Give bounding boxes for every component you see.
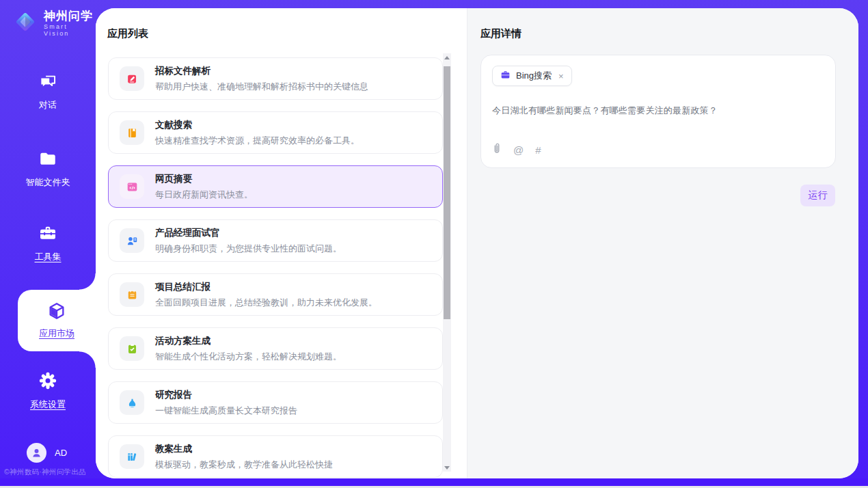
- app-title: 活动方案生成: [155, 335, 342, 347]
- app-description: 全面回顾项目进展，总结经验教训，助力未来优化发展。: [155, 297, 377, 309]
- cube-icon: [47, 301, 66, 323]
- notepad-icon: [120, 282, 144, 307]
- sidebar-item-app-market[interactable]: 应用市场: [18, 290, 96, 351]
- hash-icon[interactable]: #: [535, 145, 541, 155]
- sidebar-item-label: 应用市场: [39, 327, 74, 340]
- user-account[interactable]: AD: [27, 443, 67, 463]
- paperclip-icon[interactable]: [492, 143, 502, 157]
- app-list-title: 应用列表: [107, 27, 148, 40]
- brand-logo: 神州问学 Smart Vision: [12, 9, 96, 38]
- close-icon[interactable]: ×: [558, 71, 564, 81]
- tool-tag-bing-search[interactable]: Bing搜索 ×: [492, 66, 572, 86]
- app-description: 智能生成个性化活动方案，轻松解决规划难题。: [155, 351, 342, 363]
- sidebar: 神州问学 Smart Vision 对话 智能文件夹: [0, 0, 96, 478]
- brand-diamond-icon: [12, 9, 38, 38]
- app-description: 每日政府新闻资讯快查。: [155, 189, 253, 201]
- briefcase-icon: [500, 70, 511, 82]
- at-icon[interactable]: @: [513, 145, 524, 155]
- app-card-project-summary[interactable]: 项目总结汇报 全面回顾项目进展，总结经验教训，助力未来优化发展。: [108, 273, 443, 316]
- composer-toolbar: @ #: [492, 143, 824, 157]
- app-description: 明确身份和职责，为您提供专业性的面试问题。: [155, 243, 342, 255]
- app-detail-panel: 应用详情 Bing搜索 × 今日湖北有哪些新闻要点？有哪些需要关注的最新政策？: [467, 8, 858, 478]
- book-icon: [120, 120, 144, 145]
- sidebar-item-label: 智能文件夹: [26, 176, 70, 189]
- app-list: 招标文件解析 帮助用户快速、准确地理解和解析招标书中的关键信息 文献搜索: [108, 57, 443, 478]
- app-window: 神州问学 Smart Vision 对话 智能文件夹: [0, 0, 868, 488]
- sidebar-item-settings[interactable]: 系统设置: [0, 371, 96, 411]
- main-content: 应用列表 招标文件解析 帮助用户快速、准确地理解和解析招标书中的关键信息: [96, 8, 858, 478]
- app-list-panel: 应用列表 招标文件解析 帮助用户快速、准确地理解和解析招标书中的关键信息: [96, 8, 467, 478]
- copyright-text: ©神州数码·神州问学出品: [4, 467, 96, 477]
- app-card-pm-interviewer[interactable]: 产品经理面试官 明确身份和职责，为您提供专业性的面试问题。: [108, 219, 443, 262]
- app-card-tender-parsing[interactable]: 招标文件解析 帮助用户快速、准确地理解和解析招标书中的关键信息: [108, 57, 443, 100]
- chat-icon: [39, 72, 57, 93]
- sidebar-item-label: 对话: [39, 99, 57, 111]
- app-title: 文献搜索: [155, 119, 360, 131]
- scroll-down-icon[interactable]: [443, 463, 451, 472]
- brand-subtitle: Smart Vision: [44, 23, 96, 37]
- app-detail-title: 应用详情: [480, 27, 521, 40]
- app-description: 快速精准查找学术资源，提高研究效率的必备工具。: [155, 135, 360, 147]
- app-description: 模板驱动，教案秒成，教学准备从此轻松快捷: [155, 459, 333, 471]
- app-title: 项目总结汇报: [155, 281, 377, 293]
- clipboard-check-icon: [120, 336, 144, 361]
- brand-name: 神州问学: [44, 10, 96, 23]
- app-card-activity-plan[interactable]: 活动方案生成 智能生成个性化活动方案，轻松解决规划难题。: [108, 327, 443, 370]
- app-title: 网页摘要: [155, 173, 253, 185]
- app-card-webpage-summary[interactable]: 网页摘要 每日政府新闻资讯快查。: [108, 165, 443, 208]
- app-list-scrollbar[interactable]: [443, 53, 451, 472]
- document-edit-icon: [120, 66, 144, 91]
- prompt-card[interactable]: Bing搜索 × 今日湖北有哪些新闻要点？有哪些需要关注的最新政策？ @ #: [480, 55, 836, 168]
- app-description: 帮助用户快速、准确地理解和解析招标书中的关键信息: [155, 81, 368, 93]
- app-title: 研究报告: [155, 389, 297, 401]
- scrollbar-thumb[interactable]: [444, 66, 450, 319]
- folder-icon: [38, 149, 57, 170]
- bottom-bar: [0, 478, 868, 486]
- sidebar-item-smart-folder[interactable]: 智能文件夹: [0, 149, 96, 189]
- app-title: 产品经理面试官: [155, 227, 342, 239]
- browser-code-icon: [120, 174, 144, 199]
- tool-tag-label: Bing搜索: [516, 70, 552, 82]
- sidebar-item-label: 系统设置: [30, 398, 66, 411]
- run-button[interactable]: 运行: [800, 185, 835, 206]
- sidebar-item-label: 工具集: [35, 251, 62, 263]
- sidebar-item-chat[interactable]: 对话: [0, 72, 96, 111]
- app-description: 一键智能生成高质量长文本研究报告: [155, 405, 297, 417]
- app-card-lesson-plan[interactable]: 教案生成 模板驱动，教案秒成，教学准备从此轻松快捷: [108, 435, 443, 478]
- gear-icon: [38, 371, 57, 392]
- prompt-text[interactable]: 今日湖北有哪些新闻要点？有哪些需要关注的最新政策？: [492, 105, 824, 117]
- app-title: 招标文件解析: [155, 65, 368, 77]
- user-name: AD: [55, 448, 67, 458]
- app-card-literature-search[interactable]: 文献搜索 快速精准查找学术资源，提高研究效率的必备工具。: [108, 111, 443, 154]
- app-card-research-report[interactable]: 研究报告 一键智能生成高质量长文本研究报告: [108, 381, 443, 424]
- sidebar-item-toolset[interactable]: 工具集: [0, 223, 96, 263]
- interviewer-icon: [120, 228, 144, 253]
- books-icon: [120, 444, 144, 469]
- toolbox-icon: [38, 223, 57, 245]
- research-report-icon: [120, 390, 144, 415]
- scroll-up-icon[interactable]: [443, 53, 451, 62]
- user-avatar-icon: [27, 443, 46, 463]
- app-title: 教案生成: [155, 443, 333, 455]
